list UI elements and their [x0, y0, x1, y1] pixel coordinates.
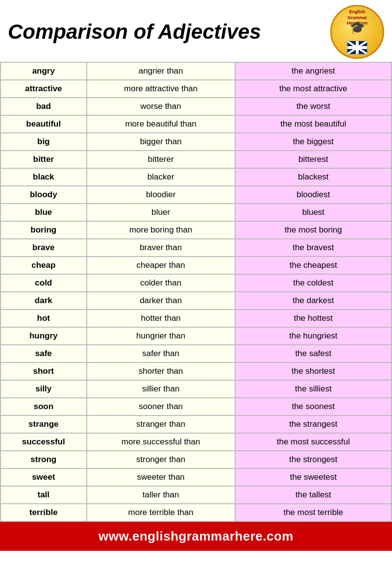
cell-base: hungry: [0, 327, 87, 345]
cell-base: sweet: [0, 468, 87, 486]
cell-comparative: more boring than: [87, 221, 235, 239]
cell-comparative: worse than: [87, 98, 235, 115]
cell-superlative: blackest: [235, 168, 392, 186]
cell-superlative: the sweetest: [235, 468, 392, 486]
cell-comparative: bigger than: [87, 133, 235, 151]
cell-base: tall: [0, 486, 87, 504]
cell-comparative: hungrier than: [87, 327, 235, 345]
cell-superlative: the shortest: [235, 362, 392, 380]
cell-comparative: shorter than: [87, 362, 235, 380]
cell-superlative: the worst: [235, 98, 392, 115]
cell-comparative: more beautiful than: [87, 115, 235, 133]
cell-superlative: the angriest: [235, 62, 392, 80]
cell-comparative: darker than: [87, 292, 235, 310]
cell-superlative: the safest: [235, 345, 392, 362]
cell-comparative: sooner than: [87, 398, 235, 415]
cell-superlative: the most attractive: [235, 80, 392, 98]
cell-base: blue: [0, 204, 87, 221]
table-row: bloodybloodierbloodiest: [0, 186, 392, 204]
table-row: cheapcheaper thanthe cheapest: [0, 257, 392, 274]
cell-comparative: bitterer: [87, 151, 235, 168]
cell-comparative: safer than: [87, 345, 235, 362]
cell-base: terrible: [0, 504, 87, 521]
cell-comparative: more terrible than: [87, 504, 235, 521]
cell-base: bloody: [0, 186, 87, 204]
cell-superlative: the coldest: [235, 274, 392, 292]
table-row: blackblackerblackest: [0, 168, 392, 186]
header: Comparison of Adjectives EnglishGrammarH…: [0, 0, 392, 62]
table-row: boringmore boring thanthe most boring: [0, 221, 392, 239]
table-row: coldcolder thanthe coldest: [0, 274, 392, 292]
cell-base: successful: [0, 433, 87, 451]
cell-base: strange: [0, 415, 87, 433]
table-row: safesafer thanthe safest: [0, 345, 392, 362]
table-row: bluebluerbluest: [0, 204, 392, 221]
cell-superlative: the bravest: [235, 239, 392, 257]
cell-superlative: the most beautiful: [235, 115, 392, 133]
table-row: bravebraver thanthe bravest: [0, 239, 392, 257]
cell-comparative: hotter than: [87, 310, 235, 327]
cell-comparative: stranger than: [87, 415, 235, 433]
cell-superlative: the biggest: [235, 133, 392, 151]
logo: EnglishGrammarHere.Com 🎓: [330, 5, 384, 59]
table-row: strangestranger thanthe strangest: [0, 415, 392, 433]
cell-base: angry: [0, 62, 87, 80]
table-row: bitterbittererbitterest: [0, 151, 392, 168]
table-row: hungryhungrier thanthe hungriest: [0, 327, 392, 345]
cell-superlative: the darkest: [235, 292, 392, 310]
footer: www.englishgrammarhere.com: [0, 522, 392, 551]
table-row: successfulmore successful thanthe most s…: [0, 433, 392, 451]
cell-comparative: braver than: [87, 239, 235, 257]
cell-base: silly: [0, 380, 87, 398]
cell-base: dark: [0, 292, 87, 310]
table-row: bigbigger thanthe biggest: [0, 133, 392, 151]
cell-superlative: the hottest: [235, 310, 392, 327]
cell-superlative: the cheapest: [235, 257, 392, 274]
cell-base: black: [0, 168, 87, 186]
cell-comparative: taller than: [87, 486, 235, 504]
cell-base: cheap: [0, 257, 87, 274]
cell-comparative: colder than: [87, 274, 235, 292]
cell-comparative: bloodier: [87, 186, 235, 204]
cell-comparative: angrier than: [87, 62, 235, 80]
page-title: Comparison of Adjectives: [8, 21, 261, 43]
cell-comparative: sillier than: [87, 380, 235, 398]
cell-comparative: cheaper than: [87, 257, 235, 274]
cell-base: brave: [0, 239, 87, 257]
cell-superlative: the most successful: [235, 433, 392, 451]
cell-superlative: the strongest: [235, 451, 392, 468]
cell-superlative: bitterest: [235, 151, 392, 168]
cell-comparative: more attractive than: [87, 80, 235, 98]
table-row: beautifulmore beautiful thanthe most bea…: [0, 115, 392, 133]
cell-comparative: blacker: [87, 168, 235, 186]
table-row: terriblemore terrible thanthe most terri…: [0, 504, 392, 521]
cell-base: strong: [0, 451, 87, 468]
table-row: sillysillier thanthe silliest: [0, 380, 392, 398]
cell-base: boring: [0, 221, 87, 239]
cell-base: soon: [0, 398, 87, 415]
table-row: darkdarker thanthe darkest: [0, 292, 392, 310]
table-row: strongstronger thanthe strongest: [0, 451, 392, 468]
cell-comparative: stronger than: [87, 451, 235, 468]
cell-superlative: the hungriest: [235, 327, 392, 345]
cell-base: hot: [0, 310, 87, 327]
cell-comparative: bluer: [87, 204, 235, 221]
cell-base: beautiful: [0, 115, 87, 133]
table-row: badworse thanthe worst: [0, 98, 392, 115]
table-row: shortshorter thanthe shortest: [0, 362, 392, 380]
adjectives-table: angryangrier thanthe angriestattractivem…: [0, 62, 392, 522]
cell-superlative: the silliest: [235, 380, 392, 398]
cell-base: attractive: [0, 80, 87, 98]
cell-comparative: sweeter than: [87, 468, 235, 486]
cell-superlative: the tallest: [235, 486, 392, 504]
cell-superlative: bloodiest: [235, 186, 392, 204]
table-row: soonsooner thanthe soonest: [0, 398, 392, 415]
table-row: sweetsweeter thanthe sweetest: [0, 468, 392, 486]
cell-superlative: the strangest: [235, 415, 392, 433]
cell-base: bad: [0, 98, 87, 115]
cell-superlative: the most terrible: [235, 504, 392, 521]
cell-base: big: [0, 133, 87, 151]
table-row: talltaller thanthe tallest: [0, 486, 392, 504]
cell-comparative: more successful than: [87, 433, 235, 451]
cell-base: bitter: [0, 151, 87, 168]
